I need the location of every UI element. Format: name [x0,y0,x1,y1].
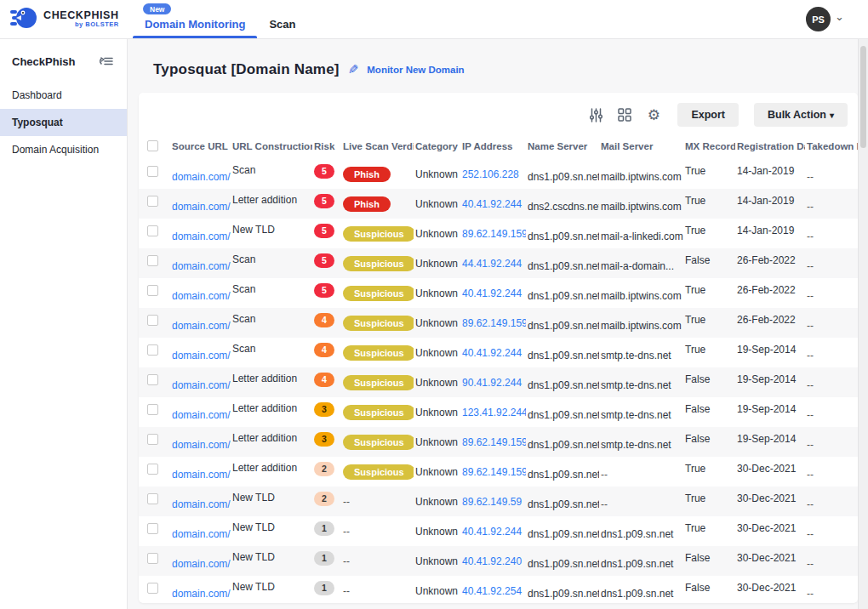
category-value: Unknown [415,317,458,329]
grid-view-icon[interactable] [616,106,633,123]
tab-scan[interactable]: Scan [257,0,307,38]
risk-badge: 4 [314,373,334,387]
source-url-link[interactable]: domain.com/ [172,379,231,391]
row-checkbox[interactable] [147,434,158,445]
source-url-link[interactable]: domain.com/ [172,171,231,183]
column-header-risk[interactable]: Risk [312,135,341,159]
name-server-value: dns1.p09.sn.net [528,260,599,272]
column-header-mail-server[interactable]: Mail Server [599,135,683,159]
export-button[interactable]: Export [677,103,739,127]
takedown-inquiry-value: -- [807,350,814,361]
takedown-inquiry-value: -- [807,231,814,242]
row-checkbox[interactable] [147,374,158,385]
row-checkbox[interactable] [147,166,158,177]
source-url-link[interactable]: domain.com/ [172,588,231,600]
monitor-new-domain-link[interactable]: Monitor New Domain [367,65,464,75]
column-header-source-url[interactable]: Source URL [170,135,231,159]
url-construction-value: Letter addition [232,462,297,474]
column-header-url-construction[interactable]: URL Construction [231,135,312,159]
ip-address-link[interactable]: 89.62.149.159 [462,436,526,448]
avatar[interactable]: PS [806,7,831,31]
column-header-takedown-inquiry[interactable]: Takedown Inquiry [805,135,858,159]
filter-sliders-icon[interactable] [587,106,604,123]
tab-domain-monitoring[interactable]: New Domain Monitoring [133,0,257,38]
table-row: domain.com/New TLD1--Unknown40.41.92.244… [139,516,858,546]
source-url-link[interactable]: domain.com/ [172,260,231,272]
column-header-name-server[interactable]: Name Server [526,135,599,159]
row-checkbox[interactable] [147,583,158,594]
takedown-inquiry-value: -- [807,498,814,510]
registration-date-value: 14-Jan-2019 [737,195,794,207]
page-scrollbar-thumb[interactable] [860,46,866,148]
sidebar-collapse-icon[interactable] [98,53,115,70]
url-construction-value: Letter addition [232,402,297,414]
row-checkbox[interactable] [147,255,158,266]
row-checkbox[interactable] [147,553,158,564]
registration-date-value: 26-Feb-2022 [737,314,796,326]
source-url-link[interactable]: domain.com/ [172,469,231,481]
mail-server-value: mailb.iptwins.com [601,201,682,213]
row-checkbox[interactable] [147,315,158,326]
row-checkbox[interactable] [147,493,158,504]
ip-address-link[interactable]: 90.41.92.244 [462,377,522,389]
ip-address-link[interactable]: 40.41.92.244 [462,347,522,359]
sidebar: CheckPhish Dashboard Typosquat Domain Ac… [0,39,128,609]
ip-address-link[interactable]: 40.41.92.240 [462,555,522,567]
source-url-link[interactable]: domain.com/ [172,231,231,242]
ip-address-link[interactable]: 40.41.92.244 [462,198,522,210]
source-url-link[interactable]: domain.com/ [172,409,231,421]
mail-server-value: smtp.te-dns.net [601,350,671,361]
ip-address-link[interactable]: 40.41.92.254 [462,585,522,597]
verdict-badge: Suspicious [343,256,414,271]
row-checkbox[interactable] [147,404,158,415]
ip-address-link[interactable]: 123.41.92.244 [462,407,526,418]
ip-address-link[interactable]: 44.41.92.244 [462,258,522,270]
mail-server-value: dns1.p09.sn.net [601,558,673,570]
ip-address-link[interactable]: 252.106.228 [462,168,519,180]
source-url-link[interactable]: domain.com/ [172,350,231,361]
source-url-link[interactable]: domain.com/ [172,498,231,510]
mail-server-value: dns1.p09.sn.net [601,588,673,600]
fish-logo-icon [10,6,37,33]
column-header-registration-date[interactable]: Registration Date [735,135,805,159]
ip-address-link[interactable]: 89.62.149.159 [462,317,526,329]
select-all-checkbox[interactable] [147,140,158,151]
source-url-link[interactable]: domain.com/ [172,439,231,451]
settings-gear-icon[interactable]: ⚙ [645,106,662,123]
source-url-link[interactable]: domain.com/ [172,528,231,540]
ip-address-link[interactable]: 40.41.92.244 [462,526,522,538]
row-checkbox[interactable] [147,225,158,236]
row-checkbox[interactable] [147,523,158,534]
user-menu[interactable]: PS ⌄ [806,0,868,38]
page-scrollbar-track[interactable] [858,39,868,609]
row-checkbox[interactable] [147,285,158,296]
row-checkbox[interactable] [147,196,158,207]
mx-records-value: True [685,522,705,534]
mail-server-value: mailb.iptwins.com [601,290,682,302]
bulk-action-button[interactable]: Bulk Action▾ [754,103,848,127]
column-header-mx-records[interactable]: MX Records [683,135,735,159]
row-checkbox[interactable] [147,344,158,356]
takedown-inquiry-value: -- [807,558,814,570]
ip-address-link[interactable]: 89.62.149.59 [462,496,522,508]
sidebar-item-domain-acquisition[interactable]: Domain Acquisition [0,136,127,163]
ip-address-link[interactable]: 89.62.149.159 [462,228,526,240]
ip-address-link[interactable]: 89.62.149.159 [462,466,526,478]
edit-pencil-icon[interactable]: ✎ [348,62,359,77]
column-header-live-scan-verdict[interactable]: Live Scan Verdict [341,135,414,159]
source-url-link[interactable]: domain.com/ [172,320,231,332]
source-url-link[interactable]: domain.com/ [172,201,231,213]
row-checkbox[interactable] [147,464,158,475]
column-header-ip-address[interactable]: IP Address [460,135,526,159]
column-header-category[interactable]: Category [414,135,460,159]
verdict-badge: Phish [343,196,391,212]
source-url-link[interactable]: domain.com/ [172,558,231,570]
table-row: domain.com/New TLD1--Unknown40.41.92.240… [139,546,858,576]
risk-badge: 4 [314,343,334,357]
registration-date-value: 26-Feb-2022 [737,284,796,296]
mx-records-value: True [685,314,705,326]
source-url-link[interactable]: domain.com/ [172,290,231,302]
sidebar-item-typosquat[interactable]: Typosquat [0,109,127,136]
sidebar-item-dashboard[interactable]: Dashboard [0,82,127,109]
ip-address-link[interactable]: 40.41.92.244 [462,287,522,299]
